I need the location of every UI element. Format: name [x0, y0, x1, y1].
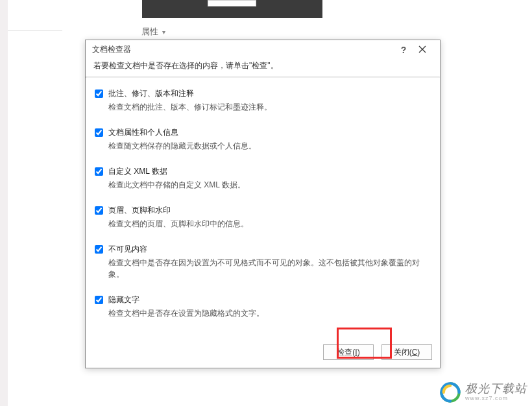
item-desc: 检查文档中是否存在设置为隐藏格式的文字。 [108, 307, 431, 319]
checkbox-invisible[interactable] [95, 245, 103, 254]
checkbox-xml[interactable] [95, 167, 103, 176]
item-hiddentext: 隐藏文字 检查文档中是否存在设置为隐藏格式的文字。 [95, 291, 431, 326]
close-label: 关闭( [394, 348, 412, 357]
close-icon[interactable] [411, 45, 433, 55]
checkbox-headers[interactable] [95, 206, 103, 215]
item-title: 页眉、页脚和水印 [108, 205, 431, 216]
bg-sidebar [0, 0, 8, 406]
dialog-footer: 检查(I) 关闭(C) [86, 338, 440, 368]
close-tail: ) [417, 348, 420, 357]
item-comments: 批注、修订、版本和注释 检查文档的批注、版本、修订标记和墨迹注释。 [95, 84, 431, 119]
item-desc: 检查随文档保存的隐藏元数据或个人信息。 [108, 140, 431, 152]
inspect-button[interactable]: 检查(I) [323, 344, 374, 360]
item-title: 不可见内容 [108, 244, 431, 255]
checkbox-hiddentext[interactable] [95, 296, 103, 304]
inspect-tail: ) [357, 348, 360, 357]
item-headers: 页眉、页脚和水印 检查文档的页眉、页脚和水印中的信息。 [95, 201, 431, 236]
item-desc: 检查此文档中存储的自定义 XML 数据。 [108, 179, 431, 191]
item-desc: 检查文档中是否存在因为设置为不可见格式而不可见的对象。这不包括被其他对象覆盖的对… [108, 257, 431, 280]
item-docprops: 文档属性和个人信息 检查随文档保存的隐藏元数据或个人信息。 [95, 123, 431, 158]
item-title: 批注、修订、版本和注释 [108, 88, 431, 99]
item-title: 自定义 XML 数据 [108, 166, 431, 177]
document-inspector-dialog: 文档检查器 ? 若要检查文档中是否存在选择的内容，请单击"检查"。 批注、修订、… [85, 40, 441, 368]
properties-text: 属性 [141, 27, 158, 36]
item-xml: 自定义 XML 数据 检查此文档中存储的自定义 XML 数据。 [95, 162, 431, 197]
help-button[interactable]: ? [396, 45, 411, 55]
logo-icon [439, 381, 461, 403]
dialog-titlebar: 文档检查器 ? [86, 40, 440, 58]
inspection-items: 批注、修订、版本和注释 检查文档的批注、版本、修订标记和墨迹注释。 文档属性和个… [86, 78, 440, 338]
checkbox-docprops[interactable] [95, 128, 103, 137]
instruction-text: 若要检查文档中是否存在选择的内容，请单击"检查"。 [86, 58, 440, 77]
item-title: 文档属性和个人信息 [108, 127, 431, 138]
watermark-sub: www.xz7.com [465, 396, 527, 402]
dialog-title: 文档检查器 [92, 44, 396, 55]
bg-thumb-page [208, 0, 256, 6]
item-desc: 检查文档的批注、版本、修订标记和墨迹注释。 [108, 101, 431, 113]
properties-label[interactable]: 属性 ▾ [141, 26, 165, 38]
bg-panel [8, 0, 63, 31]
item-title: 隐藏文字 [108, 294, 431, 305]
checkbox-comments[interactable] [95, 90, 103, 98]
close-button[interactable]: 关闭(C) [381, 344, 432, 360]
item-invisible: 不可见内容 检查文档中是否存在因为设置为不可见格式而不可见的对象。这不包括被其他… [95, 240, 431, 287]
item-desc: 检查文档的页眉、页脚和水印中的信息。 [108, 218, 431, 230]
inspect-label: 检查( [337, 348, 355, 357]
watermark: 极光下载站 www.xz7.com [439, 381, 527, 403]
watermark-text: 极光下载站 [465, 383, 527, 396]
dropdown-icon: ▾ [162, 29, 165, 36]
